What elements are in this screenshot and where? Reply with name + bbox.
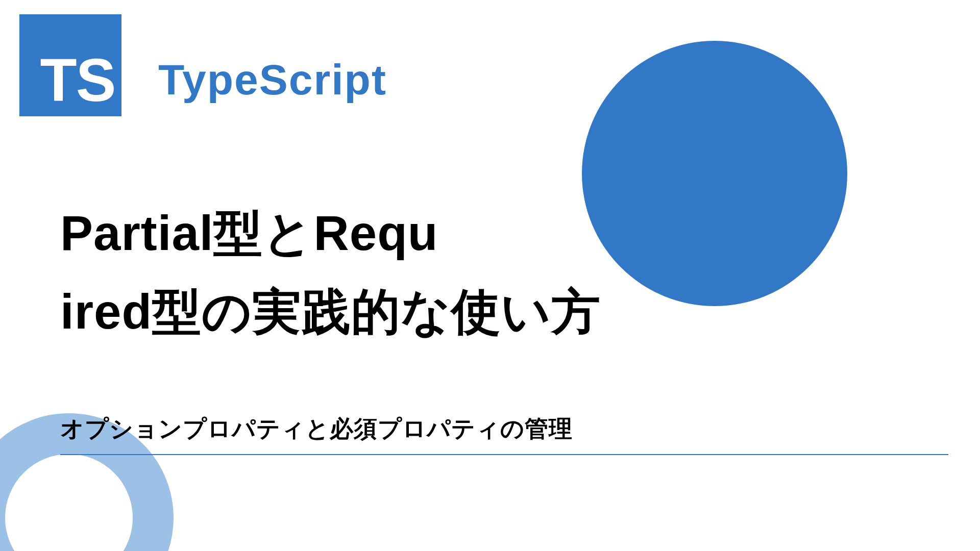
page-subtitle: オプションプロパティと必須プロパティの管理 — [60, 413, 573, 445]
title-underline — [60, 454, 948, 455]
language-label: TypeScript — [158, 55, 387, 105]
decorative-circle-large — [582, 41, 847, 306]
typescript-logo-text: TS — [40, 50, 115, 110]
page-title: Partial型とRequ ired型の実践的な使い方 — [60, 194, 601, 350]
typescript-logo: TS — [19, 14, 121, 116]
